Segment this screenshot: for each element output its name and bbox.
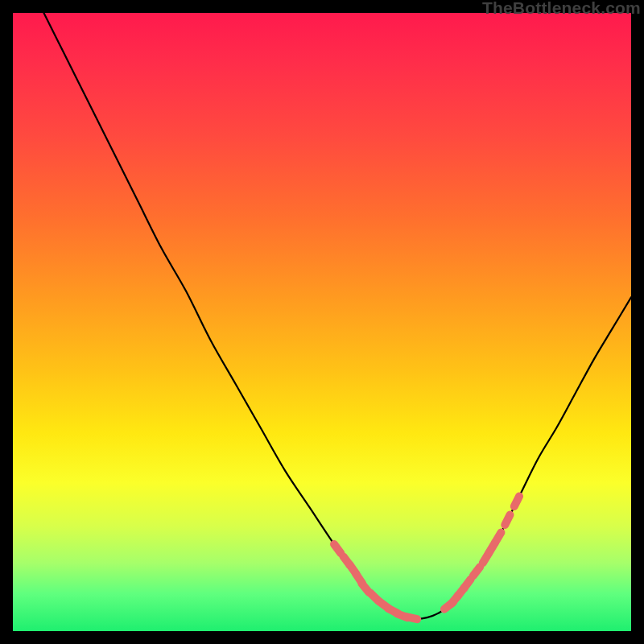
bottleneck-marker xyxy=(473,567,480,576)
bottleneck-marker xyxy=(514,496,519,506)
bottleneck-marker xyxy=(334,544,341,553)
bottleneck-marker xyxy=(505,515,510,526)
bottleneck-chart xyxy=(13,13,631,631)
curve-layer xyxy=(43,13,631,619)
watermark-label: TheBottleneck.com xyxy=(482,0,641,18)
chart-frame xyxy=(13,13,631,631)
bottleneck-marker xyxy=(407,617,418,619)
bottleneck-marker xyxy=(464,580,470,588)
marker-layer xyxy=(334,496,519,619)
bottleneck-marker xyxy=(495,532,501,542)
bottleneck-curve-path xyxy=(43,13,631,619)
